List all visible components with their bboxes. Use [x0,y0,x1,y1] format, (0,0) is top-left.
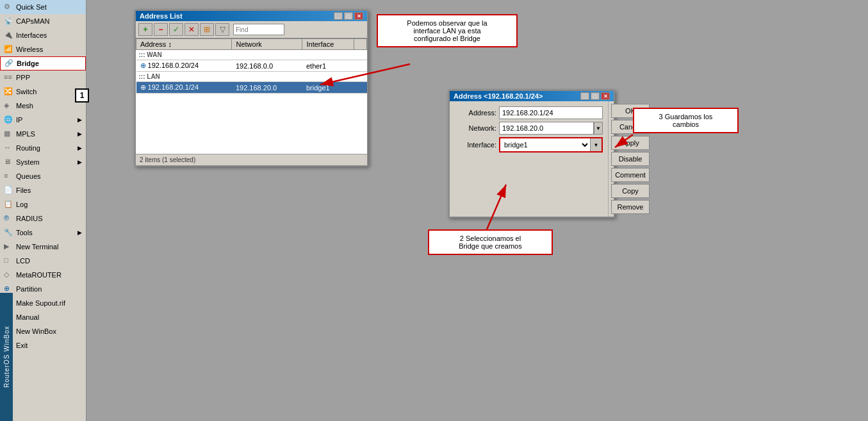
addr-icon-selected: ⊕ [140,83,146,91]
ip-icon: 🌐 [4,115,13,124]
sidebar-item-mesh[interactable]: ◈ Mesh [0,99,86,113]
check-button[interactable]: ✓ [169,23,183,36]
detail-minimize-button[interactable]: _ [580,92,589,100]
addr-list-toolbar: + − ✓ ✕ ⊞ ▽ [136,21,367,38]
network-field-wrap: ▼ [499,122,603,135]
detail-form: Address: Network: ▼ Interface: bridge1 e… [450,101,608,217]
sidebar-item-capsman[interactable]: 📡 CAPsMAN [0,14,86,28]
sidebar-item-queues[interactable]: ≡ Queues [0,169,86,183]
sidebar-item-files[interactable]: 📄 Files [0,183,86,197]
interfaces-icon: 🔌 [4,31,13,40]
addr-table-container: Address ↕ Network Interface ::: WAN ⊕ 19… [136,38,367,154]
sidebar-item-make-supout[interactable]: 📦 Make Supout.rif [0,296,86,310]
sidebar-item-label: MPLS [16,130,35,138]
disable-button[interactable]: Disable [611,152,650,166]
sidebar-item-new-terminal[interactable]: ▶ New Terminal [0,240,86,254]
network-field[interactable] [499,122,594,135]
search-area [233,24,364,35]
address-row: Address: [455,106,603,119]
sidebar-item-ip[interactable]: 🌐 IP ▶ [0,113,86,127]
sidebar-item-label: Files [16,186,31,194]
mpls-arrow: ▶ [78,131,82,137]
interface-select[interactable]: bridge1 ether1 [500,138,590,151]
sidebar-item-label: Partition [16,285,42,293]
sidebar-item-label: Log [16,201,28,208]
annotation-save: 3 Guardamos loscambios [633,108,739,133]
ip-arrow: ▶ [78,117,82,123]
sidebar-item-quick-set[interactable]: ⚙ Quick Set [0,0,86,14]
group-lan: ::: LAN [136,72,367,82]
detail-titlebar-controls: _ □ ✕ [580,92,610,100]
step-1-badge: 1 [75,88,89,103]
address-field[interactable] [499,106,603,119]
sidebar-item-label: LCD [16,257,30,265]
sidebar-item-ppp[interactable]: ≡≡ PPP [0,70,86,85]
extra-cell [354,60,367,72]
maximize-button[interactable]: □ [344,12,353,20]
sidebar-item-label: New Terminal [16,243,58,251]
network-cell: 192.168.0.0 [232,60,302,72]
table-row[interactable]: ⊕ 192.168.0.20/24 192.168.0.0 ether1 [136,60,367,72]
addr-cell-selected: ⊕ 192.168.20.1/24 [136,82,232,94]
copy-button[interactable]: Copy [611,184,650,198]
annotation-select-bridge: 2 Seleccionamos elBridge que creamos [428,229,553,255]
titlebar-controls: _ □ ✕ [334,12,363,20]
col-interface[interactable]: Interface [302,39,354,50]
radius-icon: ® [4,214,13,223]
sidebar-item-partition[interactable]: ⊕ Partition [0,282,86,296]
sidebar-item-interfaces[interactable]: 🔌 Interfaces [0,28,86,42]
interface-select-arrow[interactable]: ▼ [590,138,602,151]
addr-list-window: Address List _ □ ✕ + − ✓ ✕ ⊞ ▽ Address ↕… [135,10,368,167]
sidebar-item-label: Mesh [16,102,33,110]
sidebar-item-tools[interactable]: 🔧 Tools ▶ [0,226,86,240]
filter-button[interactable]: ▽ [215,23,229,36]
sidebar-item-label: New WinBox [16,327,56,335]
group-wan: ::: WAN [136,50,367,60]
sidebar-item-system[interactable]: 🖥 System ▶ [0,155,86,169]
log-icon: 📋 [4,200,13,209]
winbox-label: RouterOS WinBox [0,293,13,421]
addr-status: 2 items (1 selected) [136,154,367,165]
cross-button[interactable]: ✕ [184,23,199,36]
sidebar: ⚙ Quick Set 📡 CAPsMAN 🔌 Interfaces 📶 Wir… [0,0,86,421]
sidebar-item-routing[interactable]: ↔ Routing ▶ [0,141,86,155]
search-input[interactable] [233,24,284,35]
sidebar-item-new-winbox[interactable]: 🪟 New WinBox [0,324,86,338]
detail-close-button[interactable]: ✕ [601,92,610,100]
detail-maximize-button[interactable]: □ [591,92,600,100]
sidebar-item-label: Bridge [17,60,39,67]
move-button[interactable]: ⊞ [200,23,214,36]
mesh-icon: ◈ [4,101,13,110]
quick-set-icon: ⚙ [4,3,13,12]
col-network[interactable]: Network [232,39,302,50]
addr-detail-window: Address <192.168.20.1/24> _ □ ✕ Address:… [448,90,615,218]
apply-button[interactable]: Apply [611,136,650,150]
group-lan-label: ::: LAN [136,72,367,82]
capsman-icon: 📡 [4,17,13,26]
sidebar-item-radius[interactable]: ® RADIUS [0,211,86,226]
extra-cell-selected [354,82,367,94]
col-address[interactable]: Address ↕ [136,39,232,50]
add-button[interactable]: + [138,23,152,36]
sidebar-item-manual[interactable]: 📖 Manual [0,310,86,324]
sidebar-item-lcd[interactable]: □ LCD [0,254,86,268]
remove-button[interactable]: Remove [611,200,650,214]
comment-button[interactable]: Comment [611,168,650,182]
network-label: Network: [455,124,496,132]
network-dropdown-arrow[interactable]: ▼ [594,122,603,135]
sidebar-item-mpls[interactable]: ▦ MPLS ▶ [0,127,86,141]
minimize-button[interactable]: _ [334,12,343,20]
sidebar-item-bridge[interactable]: 🔗 Bridge [0,56,86,70]
table-row-selected[interactable]: ⊕ 192.168.20.1/24 192.168.20.0 bridge1 [136,82,367,94]
remove-button[interactable]: − [154,23,168,36]
close-button[interactable]: ✕ [354,12,363,20]
sidebar-item-log[interactable]: 📋 Log [0,197,86,211]
sidebar-item-metarouter[interactable]: ◇ MetaROUTER [0,268,86,282]
sidebar-item-label: MetaROUTER [16,271,61,279]
sidebar-item-switch[interactable]: 🔀 Switch [0,85,86,99]
sidebar-item-exit[interactable]: ✕ Exit [0,338,86,352]
sidebar-item-wireless[interactable]: 📶 Wireless [0,42,86,56]
address-label: Address: [455,109,496,117]
sidebar-item-label: IP [16,116,22,124]
routing-icon: ↔ [4,144,13,153]
